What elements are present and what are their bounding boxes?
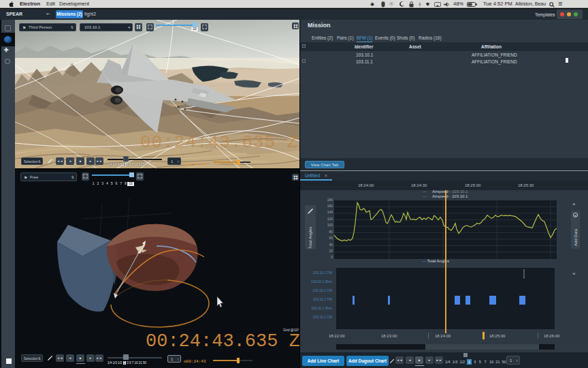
svg-text:00:24:43.635 Z: 00:24:43.635 Z: [146, 331, 299, 352]
svg-text:00:24:43.635 Z: 00:24:43.635 Z: [140, 132, 298, 153]
